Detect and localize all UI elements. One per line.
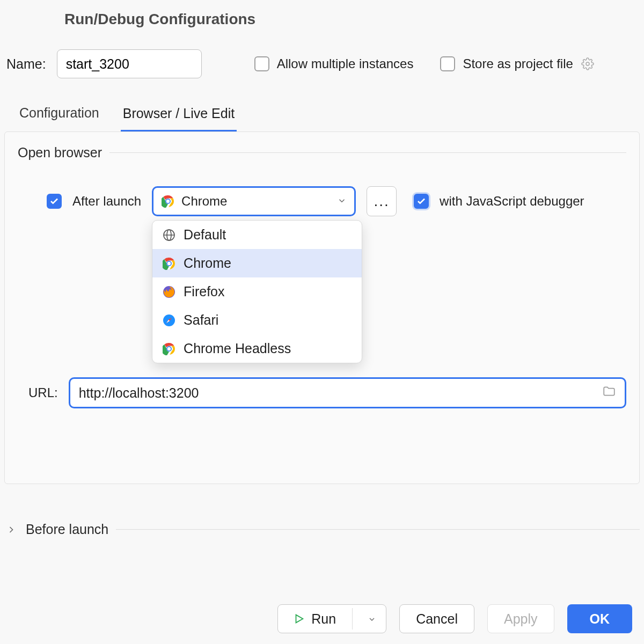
separator	[352, 608, 353, 630]
url-value: http://localhost:3200	[79, 385, 199, 401]
allow-multi-wrap[interactable]: Allow multiple instances	[254, 56, 414, 71]
globe-icon	[162, 228, 176, 242]
after-launch-label: After launch	[72, 194, 141, 209]
js-debugger-label: with JavaScript debugger	[440, 194, 584, 209]
browser-option-chrome-headless[interactable]: Chrome Headless	[152, 334, 362, 363]
browser-dropdown: Default Chrome Firefox Safari Chrome Hea…	[152, 220, 362, 363]
browser-option-chrome[interactable]: Chrome	[152, 249, 362, 277]
run-dropdown[interactable]	[358, 611, 386, 627]
divider	[116, 529, 640, 530]
opt-label: Chrome	[184, 255, 231, 271]
checkbox-allow-multi[interactable]	[254, 56, 269, 71]
dots-label: ...	[374, 193, 389, 210]
store-project-wrap[interactable]: Store as project file	[440, 56, 594, 71]
opt-label: Default	[184, 227, 226, 243]
tab-configuration[interactable]: Configuration	[17, 105, 101, 131]
divider	[109, 152, 626, 153]
before-launch-row[interactable]: Before launch	[4, 522, 640, 537]
safari-icon	[162, 313, 176, 327]
tabs: Configuration Browser / Live Edit	[0, 78, 644, 131]
name-input[interactable]	[57, 49, 202, 78]
name-label: Name:	[6, 56, 46, 72]
run-button[interactable]: Run	[277, 604, 386, 633]
opt-label: Chrome Headless	[184, 341, 291, 356]
before-launch-section: Before launch	[4, 484, 640, 537]
chevron-right-icon	[4, 523, 18, 537]
firefox-icon	[162, 285, 176, 299]
apply-button[interactable]: Apply	[487, 604, 554, 633]
opt-label: Safari	[184, 312, 218, 328]
cancel-button[interactable]: Cancel	[399, 604, 474, 633]
svg-point-16	[167, 347, 171, 350]
browser-option-firefox[interactable]: Firefox	[152, 277, 362, 306]
svg-point-9	[167, 261, 171, 265]
url-input[interactable]: http://localhost:3200	[69, 377, 626, 408]
browse-button[interactable]: ...	[367, 186, 397, 216]
dialog-title: Run/Debug Configurations	[0, 0, 644, 28]
svg-point-0	[586, 62, 589, 65]
tab-browser-live-edit[interactable]: Browser / Live Edit	[121, 106, 237, 132]
chrome-icon	[162, 257, 176, 270]
svg-point-3	[166, 200, 170, 203]
svg-marker-17	[296, 615, 303, 623]
browser-selected: Chrome	[181, 194, 227, 209]
chrome-icon	[161, 194, 175, 208]
store-project-label: Store as project file	[463, 56, 573, 71]
before-launch-label: Before launch	[26, 522, 108, 537]
checkbox-js-debugger[interactable]	[414, 194, 429, 209]
allow-multi-label: Allow multiple instances	[277, 56, 414, 71]
run-main[interactable]: Run	[278, 611, 347, 627]
gear-icon[interactable]	[581, 57, 595, 71]
url-label: URL:	[28, 385, 58, 400]
checkbox-store-project[interactable]	[440, 56, 455, 71]
folder-icon[interactable]	[602, 384, 616, 401]
run-label: Run	[311, 611, 336, 627]
launch-row: After launch Chrome Default Chrome	[18, 160, 626, 216]
chrome-icon	[162, 342, 176, 356]
checkbox-after-launch[interactable]	[47, 194, 62, 209]
open-browser-section: Open browser	[18, 145, 626, 160]
opt-label: Firefox	[184, 284, 224, 299]
open-browser-label: Open browser	[18, 145, 102, 160]
chevron-down-icon	[337, 194, 347, 209]
browser-combo[interactable]: Chrome Default Chrome Firefox	[152, 186, 356, 216]
ok-button[interactable]: OK	[567, 604, 633, 633]
play-icon	[292, 612, 306, 626]
button-row: Run Cancel Apply OK	[277, 604, 632, 633]
browser-option-default[interactable]: Default	[152, 221, 362, 249]
name-row: Name: Allow multiple instances Store as …	[0, 28, 644, 78]
config-panel: Open browser After launch Chrome Default	[4, 131, 640, 484]
browser-option-safari[interactable]: Safari	[152, 306, 362, 334]
